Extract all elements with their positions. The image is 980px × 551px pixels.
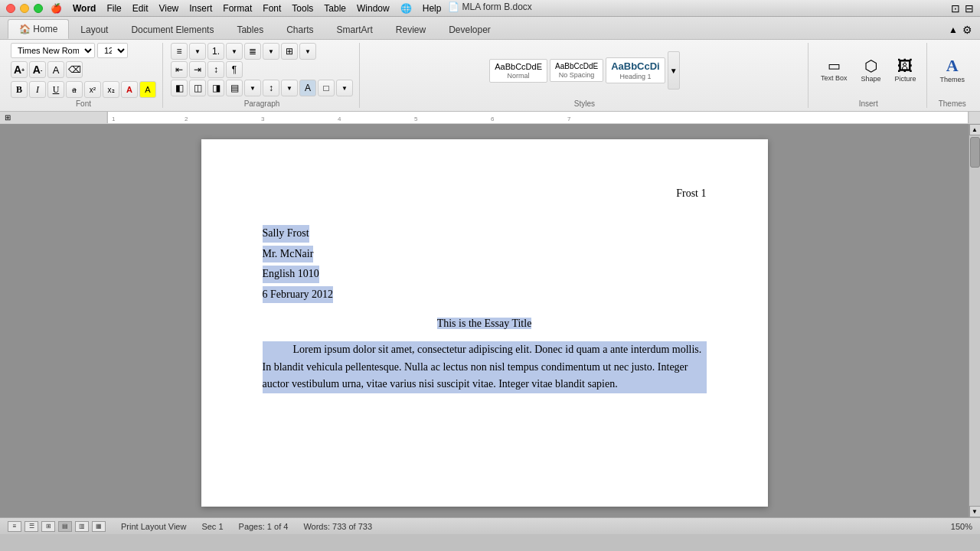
shading-button[interactable]: A bbox=[299, 80, 316, 96]
align-center-button[interactable]: ◫ bbox=[189, 80, 206, 96]
line-spacing-button[interactable]: ↕ bbox=[263, 80, 279, 96]
subscript-button[interactable]: x₂ bbox=[103, 81, 119, 98]
tab-review[interactable]: Review bbox=[384, 20, 437, 39]
styles-section-label: Styles bbox=[574, 99, 595, 108]
ruler-options-button[interactable]: ⊞ bbox=[5, 113, 11, 122]
highlight-button[interactable]: A bbox=[139, 81, 156, 98]
border-dropdown[interactable]: ▼ bbox=[336, 80, 353, 96]
themes-label: Themes bbox=[939, 76, 965, 83]
tab-document-elements[interactable]: Document Elements bbox=[119, 20, 225, 39]
scroll-down-button[interactable]: ▼ bbox=[969, 506, 981, 517]
tab-layout[interactable]: Layout bbox=[69, 20, 119, 39]
ribbon-settings-button[interactable]: ⚙ bbox=[962, 24, 972, 36]
view-icon-4[interactable]: ▥ bbox=[75, 521, 89, 532]
view-icon-5[interactable]: ▦ bbox=[92, 521, 106, 532]
scroll-up-button[interactable]: ▲ bbox=[969, 124, 981, 135]
status-bar: ≡ ☰ ⊞ ▤ ▥ ▦ Print Layout View Sec 1 Page… bbox=[0, 517, 980, 534]
tab-tables[interactable]: Tables bbox=[225, 20, 275, 39]
align-dropdown[interactable]: ▼ bbox=[244, 80, 261, 96]
home-icon: 🏠 bbox=[19, 24, 31, 34]
increase-font-size-button[interactable]: A+ bbox=[11, 61, 28, 78]
align-left-button[interactable]: ◧ bbox=[171, 80, 188, 96]
ribbon-tabs: 🏠 🏠 Home Home Layout Document Elements T… bbox=[0, 17, 980, 40]
columns-dropdown[interactable]: ▼ bbox=[299, 43, 316, 60]
style-heading1[interactable]: AaBbCcDi Heading 1 bbox=[606, 57, 665, 83]
tab-smartart[interactable]: SmartArt bbox=[325, 20, 384, 39]
close-button[interactable] bbox=[6, 4, 15, 13]
menu-bar: 🍎 Word File Edit View Insert Format Font… bbox=[43, 3, 951, 14]
document-scroll[interactable]: Frost 1 Sally Frost Mr. McNair English 1… bbox=[0, 124, 969, 517]
superscript-button[interactable]: x² bbox=[84, 81, 101, 98]
text-box-label: Text Box bbox=[821, 74, 848, 82]
menu-help[interactable]: Help bbox=[423, 3, 442, 14]
font-name-dropdown[interactable]: Times New Roman bbox=[11, 43, 95, 58]
maximize-button[interactable] bbox=[34, 4, 43, 13]
increase-indent-button[interactable]: ⇥ bbox=[189, 61, 206, 78]
strikethrough-button[interactable]: a bbox=[66, 81, 83, 98]
clear-format-button[interactable]: ⌫ bbox=[66, 61, 83, 78]
bullets-button[interactable]: ≡ bbox=[171, 43, 188, 60]
scroll-thumb[interactable] bbox=[970, 137, 980, 168]
menu-edit[interactable]: Edit bbox=[132, 3, 149, 14]
screen-icon[interactable]: ⊟ bbox=[965, 2, 974, 15]
underline-button[interactable]: U bbox=[47, 81, 64, 98]
ribbon-section-themes: A Themes Themes bbox=[929, 43, 975, 108]
font-color-button[interactable]: A bbox=[121, 81, 138, 98]
decrease-indent-button[interactable]: ⇤ bbox=[171, 61, 188, 78]
menu-table[interactable]: Table bbox=[324, 3, 346, 14]
vertical-scrollbar[interactable]: ▲ ▼ bbox=[969, 124, 980, 517]
document-area: Frost 1 Sally Frost Mr. McNair English 1… bbox=[0, 124, 980, 517]
bold-button[interactable]: B bbox=[11, 81, 28, 98]
text-box-button[interactable]: ▭ Text Box bbox=[816, 57, 852, 84]
picture-icon: 🖼 bbox=[897, 58, 913, 73]
view-icon-3-print[interactable]: ▤ bbox=[58, 521, 72, 532]
ribbon-collapse-button[interactable]: ▲ bbox=[949, 24, 958, 35]
tab-home[interactable]: 🏠 🏠 Home Home bbox=[8, 19, 69, 39]
themes-button[interactable]: A Themes bbox=[935, 55, 969, 86]
styles-gallery: AaBbCcDdE Normal AaBbCcDdE No Spacing Aa… bbox=[489, 57, 665, 83]
styles-more-button[interactable]: ▼ bbox=[668, 51, 680, 90]
menu-file[interactable]: File bbox=[106, 3, 121, 14]
view-icon-1[interactable]: ☰ bbox=[24, 521, 38, 532]
multilevel-dropdown[interactable]: ▼ bbox=[263, 43, 279, 60]
scroll-track[interactable] bbox=[969, 135, 980, 506]
italic-button[interactable]: I bbox=[29, 81, 46, 98]
essay-title: This is the Essay Title bbox=[263, 315, 707, 332]
menu-word[interactable]: Word bbox=[73, 3, 96, 14]
justify-button[interactable]: ▤ bbox=[226, 80, 243, 96]
picture-button[interactable]: 🖼 Picture bbox=[890, 56, 920, 85]
line-spacing-dropdown[interactable]: ▼ bbox=[281, 80, 298, 96]
numbering-dropdown[interactable]: ▼ bbox=[226, 43, 243, 60]
menu-view[interactable]: View bbox=[158, 3, 178, 14]
tab-developer[interactable]: Developer bbox=[437, 20, 502, 39]
menu-insert[interactable]: Insert bbox=[189, 3, 212, 14]
menu-globe[interactable]: 🌐 bbox=[400, 3, 412, 14]
columns-button[interactable]: ⊞ bbox=[281, 43, 298, 60]
style-no-spacing[interactable]: AaBbCcDdE No Spacing bbox=[550, 59, 603, 82]
pilcrow-button[interactable]: ¶ bbox=[226, 61, 243, 78]
font-size-dropdown[interactable]: 12 bbox=[97, 43, 128, 58]
decrease-font-size-button[interactable]: A- bbox=[29, 61, 46, 78]
border-button[interactable]: □ bbox=[318, 80, 335, 96]
apple-menu[interactable]: 🍎 bbox=[51, 3, 62, 14]
shape-button[interactable]: ⬡ Shape bbox=[856, 56, 885, 85]
picture-label: Picture bbox=[894, 75, 916, 83]
numbering-button[interactable]: 1. bbox=[207, 43, 224, 60]
view-icon-0[interactable]: ≡ bbox=[8, 521, 21, 532]
align-right-button[interactable]: ◨ bbox=[207, 80, 224, 96]
menu-window[interactable]: Window bbox=[357, 3, 390, 14]
sort-button[interactable]: ↕ bbox=[207, 61, 224, 78]
fullscreen-icon[interactable]: ⊡ bbox=[951, 2, 960, 15]
menu-format[interactable]: Format bbox=[223, 3, 252, 14]
view-icon-2[interactable]: ⊞ bbox=[41, 521, 55, 532]
tab-charts[interactable]: Charts bbox=[275, 20, 325, 39]
ribbon-section-font: Times New Roman 12 A+ A- A ⌫ B I U a bbox=[5, 43, 163, 108]
minimize-button[interactable] bbox=[20, 4, 29, 13]
words-label: Words: 733 of 733 bbox=[303, 522, 372, 531]
font-theme-button[interactable]: A bbox=[47, 61, 64, 78]
menu-tools[interactable]: Tools bbox=[292, 3, 313, 14]
menu-font[interactable]: Font bbox=[263, 3, 281, 14]
multilevel-button[interactable]: ≣ bbox=[244, 43, 261, 60]
style-normal[interactable]: AaBbCcDdE Normal bbox=[489, 59, 547, 83]
bullets-dropdown[interactable]: ▼ bbox=[189, 43, 206, 60]
